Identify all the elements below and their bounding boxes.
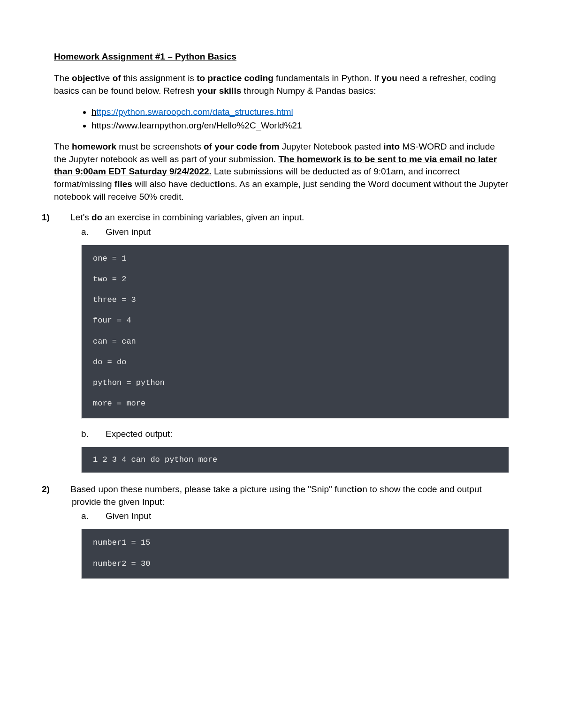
submission-paragraph: The homework must be screenshots of your… xyxy=(54,141,509,203)
text: ve xyxy=(100,73,112,83)
question-2-sub-a: a.Given Input xyxy=(54,511,509,521)
link-text[interactable]: h xyxy=(91,107,97,117)
sub-label: b. xyxy=(93,429,106,439)
text: must be screenshots xyxy=(119,142,204,151)
text: this assignment is xyxy=(123,73,197,83)
sub-text: Given input xyxy=(106,227,151,237)
question-number: 1) xyxy=(57,211,68,224)
question-2: 2) Based upon these numbers, please take… xyxy=(54,483,509,508)
text: of your code from xyxy=(204,142,282,151)
text: your skills xyxy=(197,86,243,96)
text: to practice coding xyxy=(197,73,276,83)
text: files xyxy=(114,179,135,189)
text: tio xyxy=(351,484,362,494)
text: into xyxy=(383,142,402,151)
sub-text: Expected output: xyxy=(106,429,173,439)
code-block-2: 1 2 3 4 can do python more xyxy=(81,447,509,473)
document-page: Homework Assignment #1 – Python Basics T… xyxy=(0,0,563,617)
text: homework xyxy=(72,142,119,151)
sub-label: a. xyxy=(93,511,106,521)
code-block-1: one = 1 two = 2 three = 3 four = 4 can =… xyxy=(81,245,509,419)
sub-label: a. xyxy=(93,227,106,237)
question-1-sub-b: b.Expected output: xyxy=(54,429,509,439)
link-text: https://www.learnpython.org/en/Hello%2C_… xyxy=(91,120,302,130)
text: fundamentals in Python. If xyxy=(276,73,381,83)
text: through Numpy & Pandas basics: xyxy=(244,86,376,96)
text: objecti xyxy=(72,73,100,83)
hyperlink[interactable]: ttps://python.swaroopch.com/data_structu… xyxy=(97,107,293,117)
text: The xyxy=(54,142,72,151)
text: do xyxy=(91,212,105,222)
question-1: 1) Let's do an exercise in combining var… xyxy=(54,211,509,224)
text: Jupyter Notebook pasted xyxy=(282,142,384,151)
text: The xyxy=(54,73,72,83)
code-block-3: number1 = 15 number2 = 30 xyxy=(81,529,509,578)
text: Let's xyxy=(70,212,91,222)
sub-text: Given Input xyxy=(106,511,151,521)
question-number: 2) xyxy=(57,483,68,496)
list-item: https://python.swaroopch.com/data_struct… xyxy=(91,105,509,119)
question-1-sub-a: a.Given input xyxy=(54,227,509,237)
link-list: https://python.swaroopch.com/data_struct… xyxy=(54,105,509,132)
text: Based upon these numbers, please take a … xyxy=(70,484,351,494)
document-title: Homework Assignment #1 – Python Basics xyxy=(54,52,509,62)
text: will also have deduc xyxy=(135,179,214,189)
text: an exercise in combining variables, give… xyxy=(105,212,304,222)
text: of xyxy=(113,73,123,83)
text: you xyxy=(381,73,400,83)
list-item: https://www.learnpython.org/en/Hello%2C_… xyxy=(91,119,509,133)
text: tio xyxy=(214,179,225,189)
intro-paragraph: The objective of this assignment is to p… xyxy=(54,72,509,97)
